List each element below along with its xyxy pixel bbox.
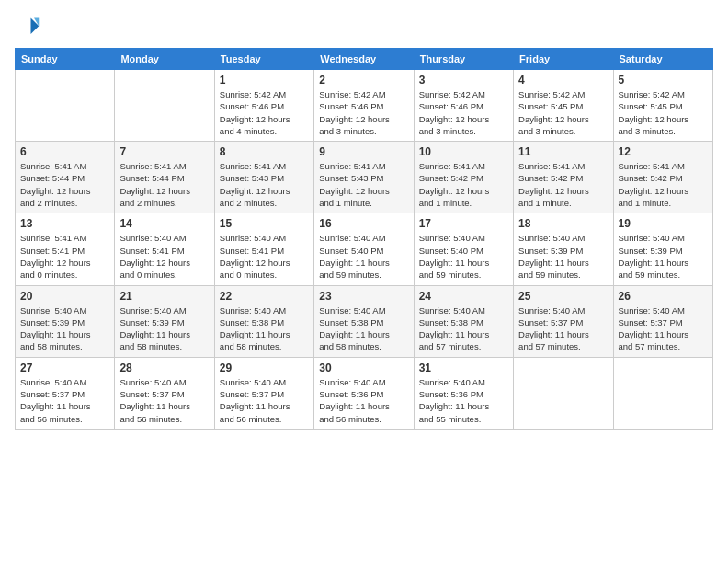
- day-number: 23: [319, 290, 408, 303]
- calendar-cell: 25Sunrise: 5:40 AM Sunset: 5:37 PM Dayli…: [514, 285, 613, 357]
- day-info: Sunrise: 5:40 AM Sunset: 5:38 PM Dayligh…: [419, 304, 508, 353]
- day-info: Sunrise: 5:40 AM Sunset: 5:37 PM Dayligh…: [119, 376, 209, 425]
- calendar-week-row: 6Sunrise: 5:41 AM Sunset: 5:44 PM Daylig…: [16, 142, 713, 213]
- day-info: Sunrise: 5:40 AM Sunset: 5:37 PM Dayligh…: [619, 304, 708, 353]
- day-number: 1: [220, 74, 309, 86]
- calendar-cell: 12Sunrise: 5:41 AM Sunset: 5:42 PM Dayli…: [613, 142, 712, 213]
- calendar-cell: 19Sunrise: 5:40 AM Sunset: 5:39 PM Dayli…: [613, 213, 712, 285]
- calendar-cell: 8Sunrise: 5:41 AM Sunset: 5:43 PM Daylig…: [214, 142, 313, 213]
- calendar-cell: 31Sunrise: 5:40 AM Sunset: 5:36 PM Dayli…: [414, 357, 513, 429]
- day-info: Sunrise: 5:42 AM Sunset: 5:46 PM Dayligh…: [419, 88, 508, 137]
- calendar-cell: [613, 357, 712, 429]
- day-number: 5: [619, 74, 708, 86]
- day-info: Sunrise: 5:41 AM Sunset: 5:44 PM Dayligh…: [20, 160, 109, 209]
- day-info: Sunrise: 5:42 AM Sunset: 5:46 PM Dayligh…: [220, 88, 309, 137]
- day-number: 15: [220, 217, 309, 230]
- day-info: Sunrise: 5:40 AM Sunset: 5:37 PM Dayligh…: [20, 376, 109, 425]
- calendar-cell: 9Sunrise: 5:41 AM Sunset: 5:43 PM Daylig…: [314, 142, 414, 213]
- day-info: Sunrise: 5:40 AM Sunset: 5:40 PM Dayligh…: [319, 232, 408, 281]
- day-info: Sunrise: 5:40 AM Sunset: 5:39 PM Dayligh…: [518, 232, 608, 281]
- weekday-header-wednesday: Wednesday: [314, 49, 414, 70]
- calendar-cell: 30Sunrise: 5:40 AM Sunset: 5:36 PM Dayli…: [314, 357, 414, 429]
- calendar-cell: 2Sunrise: 5:42 AM Sunset: 5:46 PM Daylig…: [314, 70, 414, 142]
- day-number: 19: [619, 217, 708, 230]
- day-info: Sunrise: 5:41 AM Sunset: 5:43 PM Dayligh…: [220, 160, 309, 209]
- page-header: [15, 15, 713, 40]
- day-info: Sunrise: 5:41 AM Sunset: 5:41 PM Dayligh…: [20, 232, 109, 281]
- weekday-header-friday: Friday: [514, 49, 613, 70]
- calendar-week-row: 1Sunrise: 5:42 AM Sunset: 5:46 PM Daylig…: [16, 70, 713, 142]
- calendar-cell: 16Sunrise: 5:40 AM Sunset: 5:40 PM Dayli…: [314, 213, 414, 285]
- day-number: 16: [319, 217, 408, 230]
- weekday-header-thursday: Thursday: [414, 49, 513, 70]
- day-info: Sunrise: 5:40 AM Sunset: 5:38 PM Dayligh…: [220, 304, 309, 353]
- calendar-cell: 29Sunrise: 5:40 AM Sunset: 5:37 PM Dayli…: [214, 357, 313, 429]
- calendar-cell: 3Sunrise: 5:42 AM Sunset: 5:46 PM Daylig…: [414, 70, 513, 142]
- day-number: 12: [619, 145, 708, 158]
- calendar-cell: [514, 357, 613, 429]
- day-number: 3: [419, 74, 508, 86]
- calendar-cell: 10Sunrise: 5:41 AM Sunset: 5:42 PM Dayli…: [414, 142, 513, 213]
- day-number: 26: [619, 290, 708, 303]
- day-info: Sunrise: 5:40 AM Sunset: 5:37 PM Dayligh…: [220, 376, 309, 425]
- day-info: Sunrise: 5:41 AM Sunset: 5:42 PM Dayligh…: [619, 160, 708, 209]
- day-number: 18: [518, 217, 608, 230]
- calendar-cell: 4Sunrise: 5:42 AM Sunset: 5:45 PM Daylig…: [514, 70, 613, 142]
- day-info: Sunrise: 5:41 AM Sunset: 5:42 PM Dayligh…: [518, 160, 608, 209]
- day-info: Sunrise: 5:40 AM Sunset: 5:36 PM Dayligh…: [419, 376, 508, 425]
- day-number: 8: [220, 145, 309, 158]
- day-info: Sunrise: 5:40 AM Sunset: 5:40 PM Dayligh…: [419, 232, 508, 281]
- day-info: Sunrise: 5:42 AM Sunset: 5:45 PM Dayligh…: [619, 88, 708, 137]
- calendar-cell: 22Sunrise: 5:40 AM Sunset: 5:38 PM Dayli…: [214, 285, 313, 357]
- calendar-cell: 5Sunrise: 5:42 AM Sunset: 5:45 PM Daylig…: [613, 70, 712, 142]
- calendar-cell: 7Sunrise: 5:41 AM Sunset: 5:44 PM Daylig…: [115, 142, 214, 213]
- calendar-cell: 15Sunrise: 5:40 AM Sunset: 5:41 PM Dayli…: [214, 213, 313, 285]
- day-number: 27: [20, 362, 109, 374]
- calendar-cell: 18Sunrise: 5:40 AM Sunset: 5:39 PM Dayli…: [514, 213, 613, 285]
- day-info: Sunrise: 5:40 AM Sunset: 5:39 PM Dayligh…: [20, 304, 109, 353]
- day-info: Sunrise: 5:40 AM Sunset: 5:41 PM Dayligh…: [119, 232, 209, 281]
- weekday-header-monday: Monday: [115, 49, 214, 70]
- day-number: 4: [518, 74, 608, 86]
- calendar-cell: 17Sunrise: 5:40 AM Sunset: 5:40 PM Dayli…: [414, 213, 513, 285]
- day-number: 11: [518, 145, 608, 158]
- day-number: 13: [20, 217, 109, 230]
- day-info: Sunrise: 5:40 AM Sunset: 5:39 PM Dayligh…: [619, 232, 708, 281]
- calendar-cell: 24Sunrise: 5:40 AM Sunset: 5:38 PM Dayli…: [414, 285, 513, 357]
- calendar-week-row: 20Sunrise: 5:40 AM Sunset: 5:39 PM Dayli…: [16, 285, 713, 357]
- day-info: Sunrise: 5:41 AM Sunset: 5:44 PM Dayligh…: [119, 160, 209, 209]
- calendar-cell: 26Sunrise: 5:40 AM Sunset: 5:37 PM Dayli…: [613, 285, 712, 357]
- calendar-cell: 1Sunrise: 5:42 AM Sunset: 5:46 PM Daylig…: [214, 70, 313, 142]
- calendar-week-row: 27Sunrise: 5:40 AM Sunset: 5:37 PM Dayli…: [16, 357, 713, 429]
- day-info: Sunrise: 5:40 AM Sunset: 5:41 PM Dayligh…: [220, 232, 309, 281]
- calendar-cell: 13Sunrise: 5:41 AM Sunset: 5:41 PM Dayli…: [16, 213, 115, 285]
- day-number: 31: [419, 362, 508, 374]
- day-number: 29: [220, 362, 309, 374]
- weekday-header-sunday: Sunday: [16, 49, 115, 70]
- day-number: 10: [419, 145, 508, 158]
- day-info: Sunrise: 5:42 AM Sunset: 5:45 PM Dayligh…: [518, 88, 608, 137]
- day-info: Sunrise: 5:40 AM Sunset: 5:37 PM Dayligh…: [518, 304, 608, 353]
- day-info: Sunrise: 5:41 AM Sunset: 5:42 PM Dayligh…: [419, 160, 508, 209]
- day-number: 20: [20, 290, 109, 303]
- calendar-cell: 23Sunrise: 5:40 AM Sunset: 5:38 PM Dayli…: [314, 285, 414, 357]
- day-info: Sunrise: 5:40 AM Sunset: 5:39 PM Dayligh…: [119, 304, 209, 353]
- day-info: Sunrise: 5:40 AM Sunset: 5:36 PM Dayligh…: [319, 376, 408, 425]
- day-number: 7: [119, 145, 209, 158]
- day-number: 2: [319, 74, 408, 86]
- day-info: Sunrise: 5:41 AM Sunset: 5:43 PM Dayligh…: [319, 160, 408, 209]
- day-number: 6: [20, 145, 109, 158]
- day-number: 22: [220, 290, 309, 303]
- logo-icon: [15, 15, 40, 40]
- calendar-table: SundayMondayTuesdayWednesdayThursdayFrid…: [15, 48, 713, 430]
- day-number: 28: [119, 362, 209, 374]
- calendar-week-row: 13Sunrise: 5:41 AM Sunset: 5:41 PM Dayli…: [16, 213, 713, 285]
- calendar-cell: 27Sunrise: 5:40 AM Sunset: 5:37 PM Dayli…: [16, 357, 115, 429]
- calendar-cell: 21Sunrise: 5:40 AM Sunset: 5:39 PM Dayli…: [115, 285, 214, 357]
- day-number: 9: [319, 145, 408, 158]
- day-number: 17: [419, 217, 508, 230]
- day-number: 21: [119, 290, 209, 303]
- weekday-header-saturday: Saturday: [613, 49, 712, 70]
- day-info: Sunrise: 5:42 AM Sunset: 5:46 PM Dayligh…: [319, 88, 408, 137]
- day-number: 25: [518, 290, 608, 303]
